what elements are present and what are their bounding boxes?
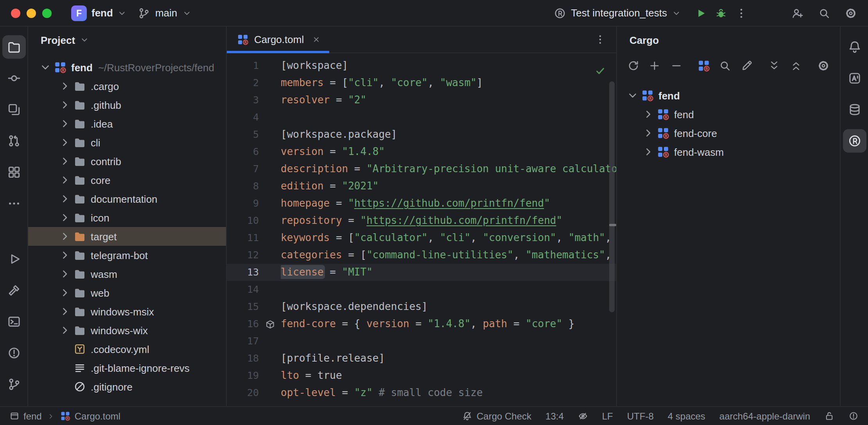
- cargo-crate-button[interactable]: [696, 57, 712, 74]
- pull-requests-tool-button[interactable]: [2, 129, 25, 153]
- expand-all-button[interactable]: [766, 57, 783, 74]
- zoom-window-button[interactable]: [42, 8, 52, 18]
- code-line-5[interactable]: 5[workspace.package]: [227, 126, 616, 143]
- line-separator-widget[interactable]: LF: [602, 411, 613, 421]
- problems-tool-button[interactable]: [2, 341, 25, 365]
- code-line-2[interactable]: 2members = ["cli", "core", "wasm"]: [227, 74, 616, 92]
- chevron-right-icon[interactable]: [59, 211, 71, 224]
- project-tree-item--codecov-yml[interactable]: .codecov.yml: [28, 340, 226, 358]
- add-button[interactable]: [646, 57, 663, 74]
- chevron-right-icon[interactable]: [59, 174, 71, 186]
- project-tree-item--gitignore[interactable]: .gitignore: [28, 377, 226, 396]
- code-line-1[interactable]: 1[workspace]: [227, 57, 616, 74]
- more-run-actions-button[interactable]: [735, 7, 748, 19]
- notifications-button[interactable]: [843, 35, 866, 59]
- problems-indicator-widget[interactable]: [848, 411, 859, 421]
- chevron-right-icon[interactable]: [59, 80, 71, 92]
- chevron-right-icon[interactable]: [59, 286, 71, 299]
- search-everywhere-button[interactable]: [818, 7, 830, 19]
- tab-cargo-toml[interactable]: Cargo.toml: [227, 26, 329, 53]
- close-tab-button[interactable]: [312, 35, 320, 44]
- project-tool-button[interactable]: [2, 35, 25, 59]
- code-line-7[interactable]: 7description = "Arbitrary-precision unit…: [227, 160, 616, 178]
- project-tree-item--git-blame-ignore-revs[interactable]: .git-blame-ignore-revs: [28, 358, 226, 377]
- project-tree-item-cli[interactable]: cli: [28, 133, 226, 152]
- target-widget[interactable]: aarch64-apple-darwin: [719, 411, 810, 421]
- project-tree-item-icon[interactable]: icon: [28, 208, 226, 227]
- code-line-8[interactable]: 8edition = "2021": [227, 178, 616, 195]
- chevron-right-icon[interactable]: [59, 230, 71, 243]
- project-tree-item--cargo[interactable]: .cargo: [28, 77, 226, 95]
- code-line-9[interactable]: 9homepage = "https://github.com/printfn/…: [227, 195, 616, 212]
- code-line-3[interactable]: 3resolver = "2": [227, 92, 616, 109]
- encoding-widget[interactable]: UTF-8: [627, 411, 654, 421]
- cargo-tool-button[interactable]: [843, 129, 866, 153]
- cargo-tree-item-fend[interactable]: fend: [617, 86, 840, 105]
- chevron-down-icon[interactable]: [39, 61, 52, 74]
- cargo-tree-item-fend-core[interactable]: fend-core: [617, 124, 840, 142]
- chevron-right-icon[interactable]: [59, 117, 71, 130]
- refresh-button[interactable]: [625, 57, 642, 74]
- run-config-selector[interactable]: Test integration_tests: [548, 4, 687, 22]
- project-tree-item-target[interactable]: target: [28, 227, 226, 246]
- debug-button[interactable]: [715, 7, 727, 19]
- chevron-right-icon[interactable]: [59, 99, 71, 111]
- code-line-6[interactable]: 6version = "1.4.8": [227, 143, 616, 160]
- version-control-tool-button[interactable]: [2, 373, 25, 396]
- chevron-right-icon[interactable]: [642, 108, 655, 121]
- database-button[interactable]: [843, 98, 866, 121]
- chevron-right-icon[interactable]: [59, 155, 71, 167]
- inspections-status-icon[interactable]: [594, 65, 606, 77]
- code-line-14[interactable]: 14: [227, 281, 616, 298]
- remove-button[interactable]: [668, 57, 685, 74]
- project-tree-item-contrib[interactable]: contrib: [28, 152, 226, 171]
- code-line-11[interactable]: 11keywords = ["calculator", "cli", "conv…: [227, 229, 616, 247]
- vcs-widget[interactable]: main: [133, 4, 197, 22]
- cargo-tree-item-fend[interactable]: fend: [617, 105, 840, 124]
- code-line-15[interactable]: 15[workspace.dependencies]: [227, 298, 616, 315]
- terminal-tool-button[interactable]: [2, 310, 25, 333]
- chevron-right-icon[interactable]: [642, 127, 655, 139]
- code-line-4[interactable]: 4: [227, 109, 616, 126]
- chevron-right-icon[interactable]: [59, 249, 71, 261]
- ai-assistant-button[interactable]: [843, 67, 866, 90]
- chevron-right-icon[interactable]: [59, 324, 71, 337]
- highlighting-level-widget[interactable]: [578, 411, 588, 421]
- chevron-down-icon[interactable]: [80, 35, 89, 45]
- project-tree-item-web[interactable]: web: [28, 283, 226, 302]
- project-widget[interactable]: F fend: [66, 2, 133, 24]
- code-line-20[interactable]: 20opt-level = "z" # small code size: [227, 384, 616, 402]
- commit-tool-button[interactable]: [2, 67, 25, 90]
- file-writable-widget[interactable]: [824, 411, 834, 421]
- code-line-10[interactable]: 10repository = "https://github.com/print…: [227, 212, 616, 229]
- minimize-window-button[interactable]: [27, 8, 36, 18]
- breadcrumb-file[interactable]: Cargo.toml: [61, 411, 120, 421]
- chevron-right-icon[interactable]: [59, 305, 71, 318]
- breadcrumb-project[interactable]: fend: [9, 411, 42, 421]
- project-tree-item-wasm[interactable]: wasm: [28, 265, 226, 283]
- project-tree-item-documentation[interactable]: documentation: [28, 189, 226, 208]
- close-window-button[interactable]: [11, 8, 20, 18]
- chevron-right-icon[interactable]: [59, 193, 71, 205]
- package-icon[interactable]: [259, 315, 281, 333]
- chevron-right-icon[interactable]: [59, 136, 71, 149]
- editor-body[interactable]: 1[workspace]2members = ["cli", "core", "…: [227, 53, 616, 406]
- cargo-tree-item-fend-wasm[interactable]: fend-wasm: [617, 142, 840, 161]
- modules-tool-button[interactable]: [2, 160, 25, 184]
- project-tree-item-windows-wix[interactable]: windows-wix: [28, 321, 226, 340]
- cargo-check-widget[interactable]: Cargo Check: [463, 411, 531, 421]
- settings-button[interactable]: [815, 57, 832, 74]
- code-with-me-button[interactable]: [791, 7, 804, 19]
- project-tree-item-fend[interactable]: fend~/RustRoverProjects/fend: [28, 58, 226, 77]
- chevron-right-icon[interactable]: [59, 268, 71, 280]
- chevron-right-icon[interactable]: [642, 146, 655, 158]
- editor-scrollbar[interactable]: [609, 81, 615, 312]
- code-line-12[interactable]: 12categories = ["command-line-utilities"…: [227, 247, 616, 264]
- build-tool-button[interactable]: [2, 279, 25, 302]
- indent-widget[interactable]: 4 spaces: [668, 411, 705, 421]
- project-tree-item-windows-msix[interactable]: windows-msix: [28, 302, 226, 321]
- settings-button[interactable]: [845, 7, 857, 19]
- code-line-19[interactable]: 19lto = true: [227, 367, 616, 384]
- code-line-18[interactable]: 18[profile.release]: [227, 350, 616, 367]
- project-tree-item--github[interactable]: .github: [28, 95, 226, 114]
